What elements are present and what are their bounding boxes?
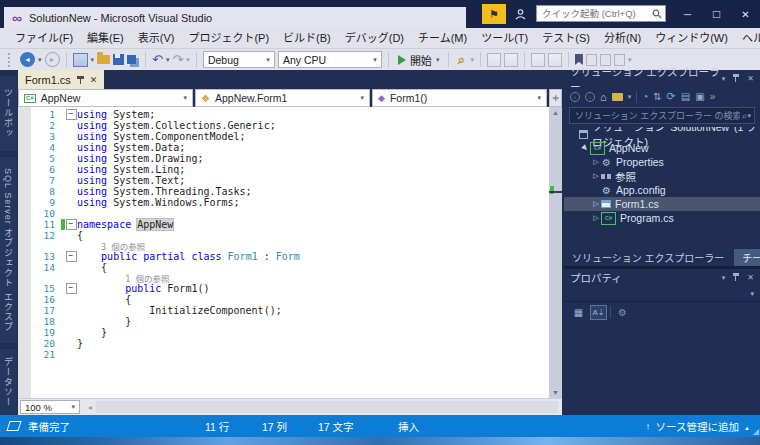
collapse-all-icon[interactable] — [695, 91, 704, 102]
expander-icon[interactable]: ▷ — [591, 200, 601, 208]
member-dropdown[interactable]: Form1() — [372, 89, 547, 107]
menu-item-6[interactable]: チーム(M) — [411, 28, 474, 48]
code-line-13[interactable]: 13 public partial class Form1 : Form — [31, 251, 549, 262]
menu-item-11[interactable]: ヘルプ(H) — [735, 28, 760, 48]
code-line-15[interactable]: 15 public Form1() — [31, 283, 549, 294]
scroll-up-icon[interactable]: ▲ — [549, 107, 562, 118]
codelens-references[interactable]: 1 個の参照 — [31, 273, 549, 283]
code-line-9[interactable]: 9using System.Windows.Forms; — [31, 197, 549, 208]
redo-dropdown-icon[interactable] — [186, 56, 190, 64]
pin-icon[interactable] — [733, 74, 739, 83]
code-line-1[interactable]: 1using System; — [31, 109, 549, 120]
redo-icon[interactable] — [172, 55, 183, 65]
document-tab-form1[interactable]: Form1.cs — [18, 70, 104, 89]
solution-explorer-search[interactable] — [569, 107, 755, 124]
panel-tab-0[interactable]: ソリューション エクスプローラー — [564, 249, 732, 266]
code-line-19[interactable]: 19 } — [31, 327, 549, 338]
menu-item-7[interactable]: ツール(T) — [474, 28, 535, 48]
code-line-4[interactable]: 4using System.Data; — [31, 142, 549, 153]
expander-icon[interactable]: ▷ — [591, 214, 601, 222]
maximize-button[interactable] — [702, 0, 731, 28]
refresh-icon[interactable] — [667, 90, 676, 103]
menu-item-10[interactable]: ウィンドウ(W) — [648, 28, 735, 48]
window-position-icon[interactable] — [722, 274, 726, 282]
code-line-16[interactable]: 16 { — [31, 294, 549, 305]
show-all-files-icon[interactable] — [681, 91, 690, 102]
close-button[interactable] — [731, 0, 760, 28]
window-position-icon[interactable] — [722, 75, 726, 83]
outline-margin[interactable] — [65, 283, 77, 294]
alphabetical-button[interactable] — [590, 305, 607, 320]
navigate-back-dropdown-icon[interactable] — [38, 56, 42, 64]
menu-item-1[interactable]: 編集(E) — [80, 28, 131, 48]
save-all-icon[interactable] — [127, 55, 136, 64]
expander-icon[interactable]: ▷ — [591, 172, 601, 180]
uncomment-selection-icon[interactable] — [504, 53, 518, 67]
code-line-3[interactable]: 3using System.ComponentModel; — [31, 131, 549, 142]
properties-titlebar[interactable]: プロパティ — [564, 269, 760, 286]
quick-launch-search[interactable] — [536, 5, 666, 22]
tree-item-3[interactable]: ▷参照 — [564, 169, 760, 183]
pin-icon[interactable] — [733, 273, 739, 282]
code-line-6[interactable]: 6using System.Linq; — [31, 164, 549, 175]
code-line-7[interactable]: 7using System.Text; — [31, 175, 549, 186]
side-tab-1[interactable]: SQL Server オブジェクト エクスプローラー — [0, 157, 17, 343]
property-pages-button[interactable] — [614, 305, 631, 320]
start-debugging-button[interactable]: 開始 — [395, 52, 443, 68]
code-line-8[interactable]: 8using System.Threading.Tasks; — [31, 186, 549, 197]
navigate-back-button[interactable] — [20, 52, 35, 67]
new-project-dropdown-icon[interactable] — [91, 56, 95, 64]
pin-icon[interactable] — [77, 75, 84, 84]
undo-dropdown-icon[interactable] — [166, 56, 170, 64]
code-line-20[interactable]: 20} — [31, 338, 549, 349]
project-dropdown[interactable]: AppNew — [18, 89, 193, 107]
outline-margin[interactable] — [65, 109, 77, 120]
decrease-indent-icon[interactable] — [531, 53, 545, 67]
back-button[interactable]: ‹ — [570, 92, 580, 102]
feedback-icon[interactable] — [512, 6, 528, 22]
toolbar-overflow-icon[interactable] — [470, 56, 474, 64]
add-to-source-control-button[interactable]: ソース管理に追加 — [646, 415, 750, 437]
tree-item-5[interactable]: ▷Form1.cs — [564, 197, 760, 211]
chevron-down-icon[interactable] — [628, 93, 632, 101]
code-line-14[interactable]: 14 { — [31, 262, 549, 273]
split-window-button[interactable] — [549, 89, 562, 107]
home-icon[interactable] — [600, 91, 607, 103]
breakpoint-margin[interactable] — [18, 107, 31, 398]
resize-grip-icon[interactable] — [753, 427, 759, 436]
tree-item-0[interactable]: ソリューション 'SolutionNew' (1 プロジェクト) — [564, 127, 760, 141]
minimize-button[interactable] — [673, 0, 702, 28]
code-line-11[interactable]: 11namespace AppNew — [31, 219, 549, 230]
tab-close-icon[interactable] — [90, 75, 98, 85]
code-line-10[interactable]: 10 — [31, 208, 549, 219]
toolbar-overflow-icon[interactable] — [710, 91, 716, 102]
notifications-flag-button[interactable] — [482, 4, 506, 24]
toolbar-overflow-icon[interactable] — [628, 56, 632, 64]
horizontal-scrollbar-track[interactable] — [96, 401, 558, 413]
code-line-21[interactable]: 21 — [31, 349, 549, 360]
tree-item-6[interactable]: ▷Program.cs — [564, 211, 760, 225]
code-surface[interactable]: 1using System;2using System.Collections.… — [18, 107, 562, 398]
chevron-down-icon[interactable] — [747, 112, 751, 120]
collapse-icon[interactable] — [66, 109, 77, 120]
menu-item-5[interactable]: デバッグ(D) — [338, 28, 411, 48]
new-project-icon[interactable] — [73, 53, 88, 67]
menu-item-0[interactable]: ファイル(F) — [8, 28, 80, 48]
type-dropdown[interactable]: AppNew.Form1 — [195, 89, 370, 107]
expander-icon[interactable]: ▷ — [591, 158, 601, 166]
codelens-references[interactable]: 3 個の参照 — [31, 241, 549, 251]
vertical-scrollbar[interactable]: ▲ ▼ — [549, 107, 562, 398]
increase-indent-icon[interactable] — [548, 53, 562, 67]
side-tab-2[interactable]: データソース — [0, 349, 17, 415]
outline-margin[interactable] — [65, 251, 77, 262]
solution-configuration-select[interactable]: Debug — [203, 51, 275, 68]
open-folder-icon[interactable] — [97, 55, 110, 64]
scroll-down-icon[interactable]: ▼ — [549, 387, 562, 398]
find-in-files-icon[interactable] — [455, 54, 467, 66]
close-icon[interactable] — [747, 74, 754, 83]
quick-launch-input[interactable] — [540, 7, 652, 20]
solution-explorer-titlebar[interactable]: ソリューション エクスプローラー — [564, 70, 760, 87]
solution-platform-select[interactable]: Any CPU — [278, 51, 382, 68]
close-icon[interactable] — [747, 273, 754, 282]
forward-button[interactable]: › — [585, 92, 595, 102]
